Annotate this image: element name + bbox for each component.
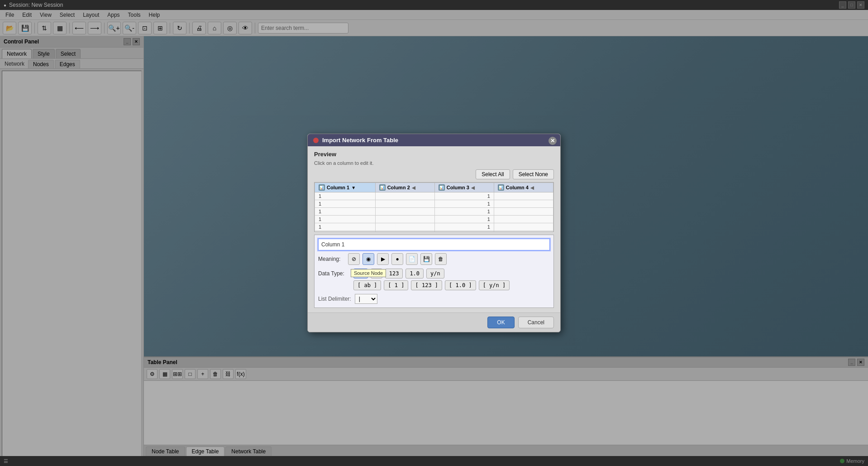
col3-arrow[interactable]: ◀ [471, 185, 475, 190]
meaning-btn-delete[interactable]: 🗑 [435, 253, 447, 265]
cell-r2c3: 1 [434, 200, 494, 208]
table-row: 1 1 [315, 216, 553, 223]
cell-r3c2 [375, 208, 434, 216]
import-dialog-body: Preview Click on a column to edit it. Se… [308, 146, 560, 312]
col2-icon: 📊 [379, 184, 386, 191]
import-dialog-header: Import Network From Table ✕ [308, 134, 560, 146]
ok-btn[interactable]: OK [487, 317, 514, 328]
delimiter-row: List Delimiter: | , ; \t [318, 294, 550, 304]
list-dtype-int[interactable]: [ 1 ] [384, 280, 408, 290]
col1-dropdown[interactable]: ▼ [351, 185, 356, 190]
meaning-btn-doc[interactable]: 📄 [406, 253, 418, 265]
list-dtype-bool[interactable]: [ y/n ] [479, 280, 510, 290]
col-header-4[interactable]: 📊 Column 4 ◀ [494, 183, 553, 192]
select-all-btn[interactable]: Select All [476, 169, 510, 179]
cell-r4c2 [375, 216, 434, 223]
col4-arrow[interactable]: ◀ [530, 185, 534, 190]
table-row: 1 1 [315, 223, 553, 231]
delimiter-select[interactable]: | , ; \t [355, 294, 377, 304]
table-preview: 📊 Column 1 ▼ 📊 Column 2 ◀ [314, 182, 554, 232]
cell-r6c4 [494, 231, 553, 232]
cell-r4c4 [494, 216, 553, 223]
cell-r4c1: 1 [315, 216, 376, 223]
col3-name: Column 3 [447, 185, 469, 190]
dtype-string[interactable]: ab [353, 269, 368, 279]
table-row: 1 1 [315, 208, 553, 216]
cell-r3c1: 1 [315, 208, 376, 216]
cell-r1c2 [375, 192, 434, 200]
preview-toolbar: Select All Select None [314, 169, 554, 179]
dialog-dot [313, 138, 319, 143]
modal-overlay: Import Network From Table ✕ Preview Clic… [0, 0, 868, 466]
meaning-btn-save[interactable]: 💾 [420, 253, 432, 265]
col2-arrow[interactable]: ◀ [412, 185, 415, 190]
source-icon: ◉ [366, 256, 371, 262]
cell-r3c3: 1 [434, 208, 494, 216]
cell-r6c1: 1 [315, 231, 376, 232]
select-none-btn[interactable]: Select None [513, 169, 554, 179]
cell-r2c1: 1 [315, 200, 376, 208]
list-dtype-long[interactable]: [ 123 ] [411, 280, 442, 290]
col2-name: Column 2 [387, 185, 410, 190]
cell-r5c3: 1 [434, 223, 494, 231]
cell-r6c3: 1 [434, 231, 494, 232]
cell-r1c1: 1 [315, 192, 376, 200]
cell-r3c4 [494, 208, 553, 216]
cell-r5c4 [494, 223, 553, 231]
preview-label: Preview [314, 151, 554, 158]
dtype-int[interactable]: 1 [371, 269, 382, 279]
col-header-2[interactable]: 📊 Column 2 ◀ [375, 183, 434, 192]
col4-name: Column 4 [506, 185, 529, 190]
datatype-row: Data Type: ab 1 123 1.0 y/n [318, 269, 550, 279]
cell-r6c2 [375, 231, 434, 232]
col-edit-panel: Meaning: ⊘ ◉ Source Node ▶ ● 📄 💾 🗑 Data … [314, 235, 554, 308]
cell-r4c3: 1 [434, 216, 494, 223]
meaning-btn-target[interactable]: ▶ [377, 253, 389, 265]
meaning-label: Meaning: [318, 256, 345, 262]
table-row: 1 1 [315, 200, 553, 208]
import-dialog-title: Import Network From Table [322, 137, 398, 144]
delimiter-label: List Delimiter: [318, 296, 351, 302]
click-hint: Click on a column to edit it. [314, 160, 554, 166]
col3-icon: 📊 [439, 184, 445, 191]
list-dtype-double[interactable]: [ 1.0 ] [445, 280, 476, 290]
cancel-btn[interactable]: Cancel [518, 317, 554, 328]
col-header-1[interactable]: 📊 Column 1 ▼ [315, 183, 376, 192]
cell-r2c4 [494, 200, 553, 208]
list-dtype-row: [ ab ] [ 1 ] [ 123 ] [ 1.0 ] [ y/n ] [318, 280, 550, 290]
preview-table: 📊 Column 1 ▼ 📊 Column 2 ◀ [315, 183, 553, 232]
table-row: 1 1 [315, 192, 553, 200]
col-header-3[interactable]: 📊 Column 3 ◀ [434, 183, 494, 192]
column-name-input[interactable] [318, 239, 550, 250]
cell-r1c3: 1 [434, 192, 494, 200]
import-dialog-footer: OK Cancel [308, 312, 560, 332]
col1-name: Column 1 [327, 185, 349, 190]
dialog-close-btn[interactable]: ✕ [548, 137, 557, 145]
col1-icon: 📊 [319, 184, 325, 191]
cell-r1c4 [494, 192, 553, 200]
dtype-long[interactable]: 123 [385, 269, 403, 279]
meaning-btn-source[interactable]: ◉ Source Node [362, 253, 374, 265]
table-row: 1 1 [315, 231, 553, 232]
list-dtype-string[interactable]: [ ab ] [353, 280, 381, 290]
cell-r5c2 [375, 223, 434, 231]
cell-r2c2 [375, 200, 434, 208]
dtype-bool[interactable]: y/n [426, 269, 444, 279]
meaning-btn-none[interactable]: ⊘ [348, 253, 360, 265]
cell-r5c1: 1 [315, 223, 376, 231]
meaning-row: Meaning: ⊘ ◉ Source Node ▶ ● 📄 💾 🗑 [318, 253, 550, 265]
meaning-btn-edge[interactable]: ● [391, 253, 403, 265]
import-dialog: Import Network From Table ✕ Preview Clic… [307, 134, 561, 332]
col4-icon: 📊 [498, 184, 504, 191]
datatype-label: Data Type: [318, 270, 351, 277]
dtype-double[interactable]: 1.0 [405, 269, 424, 279]
